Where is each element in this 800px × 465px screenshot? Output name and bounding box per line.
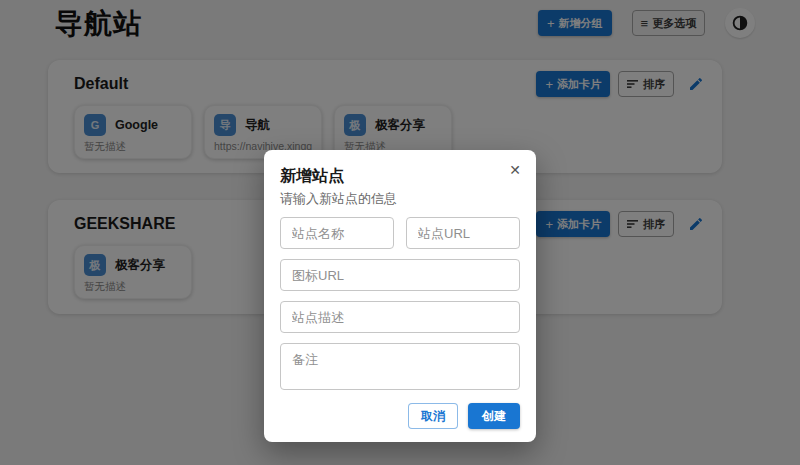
close-icon[interactable]: ✕ — [505, 159, 525, 181]
create-button[interactable]: 创建 — [468, 403, 520, 429]
modal-title: 新增站点 — [280, 166, 520, 185]
add-site-modal: ✕ 新增站点 请输入新站点的信息 取消 创建 — [264, 150, 536, 442]
modal-actions: 取消 创建 — [280, 403, 520, 429]
site-url-input[interactable] — [406, 217, 520, 249]
icon-url-input[interactable] — [280, 259, 520, 291]
remark-textarea[interactable] — [280, 343, 520, 390]
form-row — [280, 217, 520, 249]
site-description-input[interactable] — [280, 301, 520, 333]
modal-subtitle: 请输入新站点的信息 — [280, 191, 520, 207]
cancel-button[interactable]: 取消 — [408, 403, 458, 429]
site-name-input[interactable] — [280, 217, 394, 249]
app-root: 导航站 + 新增分组 ≡ 更多选项 Default + 添加卡 — [0, 0, 800, 465]
